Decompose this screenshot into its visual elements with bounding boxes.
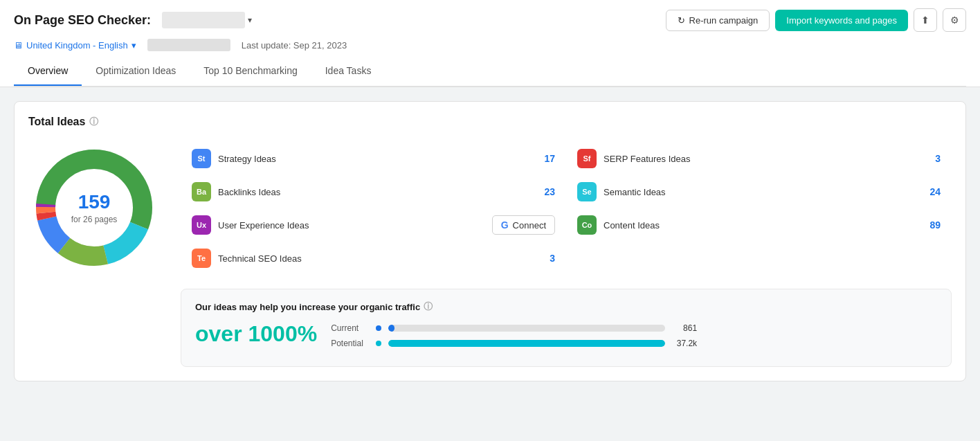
potential-value: 37.2k (672, 339, 697, 348)
potential-label: Potential (331, 339, 369, 348)
content-badge: Co (577, 215, 597, 235)
traffic-title: Our ideas may help you increase your org… (195, 300, 937, 313)
potential-bar-track (388, 340, 665, 347)
traffic-box: Our ideas may help you increase your org… (181, 289, 952, 367)
current-dot (376, 325, 381, 331)
card-title: Total Ideas ⓘ (28, 116, 952, 128)
gear-icon: ⚙ (950, 15, 959, 26)
list-item: Se Semantic Ideas 24 (566, 175, 952, 208)
monitor-icon: 🖥 (14, 40, 23, 51)
semantic-label: Semantic Ideas (604, 187, 917, 197)
potential-bar-fill (388, 340, 665, 347)
semantic-count[interactable]: 24 (924, 186, 941, 197)
current-bar-track (388, 325, 665, 332)
backlinks-badge: Ba (192, 182, 211, 201)
technical-count[interactable]: 3 (538, 253, 555, 264)
serp-count[interactable]: 3 (924, 153, 941, 164)
potential-bar-row: Potential 37.2k (331, 339, 937, 348)
donut-center: 159 for 26 pages (71, 191, 118, 224)
serp-label: SERP Features Ideas (604, 154, 917, 164)
list-item: Ux User Experience Ideas G Connect (181, 208, 566, 242)
refresh-icon: ↻ (678, 15, 685, 26)
list-item: Co Content Ideas 89 (566, 208, 952, 242)
ideas-grid: St Strategy Ideas 17 Ba Backlinks Ideas … (181, 142, 952, 275)
current-value: 861 (672, 323, 697, 333)
potential-dot (376, 341, 381, 346)
import-keywords-button[interactable]: Import keywords and pages (775, 10, 908, 31)
technical-label: Technical SEO Ideas (218, 253, 532, 264)
traffic-bars: Current 861 Potential (331, 323, 937, 354)
nav-tabs: Overview Optimization Ideas Top 10 Bench… (14, 57, 966, 87)
list-item: Ba Backlinks Ideas 23 (181, 175, 566, 208)
strategy-badge: St (192, 149, 211, 168)
strategy-label: Strategy Ideas (218, 154, 532, 164)
upload-icon: ⬆ (921, 15, 929, 26)
list-item: Te Technical SEO Ideas 3 (181, 242, 566, 275)
backlinks-label: Backlinks Ideas (218, 187, 532, 197)
location-selector[interactable]: 🖥 United Kingdom - English ▾ (14, 40, 136, 51)
last-update-label: Last update: Sep 21, 2023 (242, 40, 347, 51)
current-bar-fill (388, 325, 394, 332)
list-item: St Strategy Ideas 17 (181, 142, 566, 175)
donut-chart: 159 for 26 pages (28, 142, 160, 273)
tab-top10-benchmarking[interactable]: Top 10 Benchmarking (190, 57, 311, 86)
current-bar-row: Current 861 (331, 323, 937, 333)
tab-idea-tasks[interactable]: Idea Tasks (311, 57, 385, 86)
info-icon[interactable]: ⓘ (89, 116, 98, 128)
rerun-campaign-button[interactable]: ↻ Re-run campaign (666, 10, 770, 31)
tab-overview[interactable]: Overview (14, 57, 82, 86)
campaign-value (162, 12, 245, 28)
domain-value (147, 39, 230, 51)
chevron-down-icon: ▾ (131, 40, 136, 51)
serp-badge: Sf (577, 149, 597, 168)
list-item: Sf SERP Features Ideas 3 (566, 142, 952, 175)
page-title: On Page SEO Checker: (14, 13, 151, 28)
tab-optimization-ideas[interactable]: Optimization Ideas (82, 57, 190, 86)
content-count[interactable]: 89 (924, 219, 941, 231)
ux-label: User Experience Ideas (218, 220, 485, 231)
backlinks-count[interactable]: 23 (538, 186, 555, 197)
export-button[interactable]: ⬆ (914, 8, 937, 32)
ux-badge: Ux (192, 215, 211, 235)
campaign-dropdown[interactable]: ▾ (156, 9, 257, 31)
chevron-down-icon: ▾ (248, 15, 252, 25)
pages-label: for 26 pages (71, 215, 118, 224)
google-g-icon: G (501, 219, 509, 231)
total-ideas-card: Total Ideas ⓘ (14, 101, 966, 381)
google-connect-button[interactable]: G Connect (492, 215, 555, 235)
content-label: Content Ideas (604, 220, 917, 231)
semantic-badge: Se (577, 182, 597, 201)
strategy-count[interactable]: 17 (538, 153, 555, 164)
technical-badge: Te (192, 249, 211, 268)
total-count: 159 (71, 191, 118, 213)
traffic-info-icon[interactable]: ⓘ (424, 300, 433, 313)
settings-button[interactable]: ⚙ (943, 8, 966, 32)
traffic-increase-value: over 1000% (195, 321, 317, 347)
current-label: Current (331, 323, 369, 333)
